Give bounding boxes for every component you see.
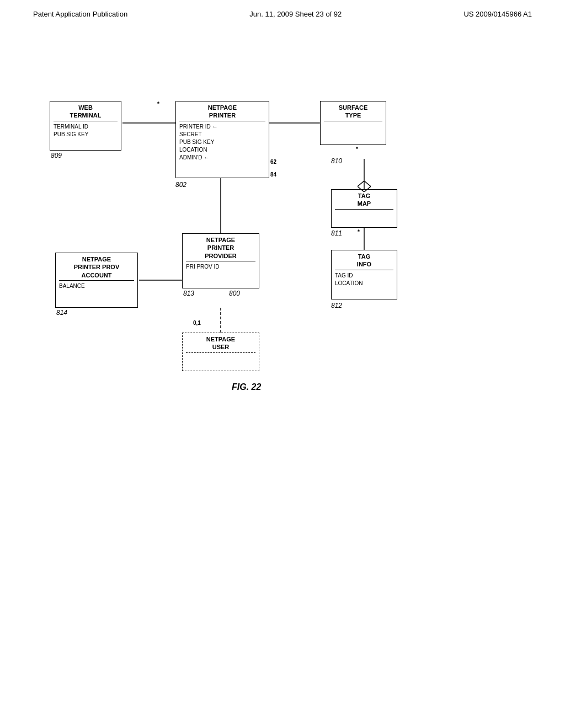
printer-prov-account-box: NETPAGEPRINTER PROVACCOUNT BALANCE <box>55 253 138 308</box>
label-01-fig22: 0,1 <box>193 320 201 326</box>
tag-map-title: TAGMAP <box>335 192 393 210</box>
label-812: 812 <box>331 302 342 309</box>
tag-info-fields: TAG IDLOCATION <box>335 272 393 287</box>
tag-info-title: TAGINFO <box>335 253 393 270</box>
printer-prov-account-title: NETPAGEPRINTER PROVACCOUNT <box>59 255 134 281</box>
printer-prov-account-fields: BALANCE <box>59 282 134 290</box>
fig22-area: WEBTERMINAL TERMINAL IDPUB SIG KEY 809 *… <box>0 51 565 404</box>
header-right: US 2009/0145966 A1 <box>463 10 532 18</box>
netpage-printer-fields: PRINTER ID ←SECRETPUB SIG KEYLOCATIONADM… <box>179 123 265 162</box>
printer-provider-fields: PRI PROV ID <box>186 263 255 271</box>
printer-provider-title: NETPAGEPRINTERPROVIDER <box>186 236 255 261</box>
surface-type-box: SURFACETYPE <box>320 101 386 145</box>
label-814: 814 <box>56 309 67 317</box>
label-800: 800 <box>229 290 240 297</box>
tag-info-box: TAGINFO TAG IDLOCATION <box>331 250 397 299</box>
label-813: 813 <box>183 290 194 297</box>
label-star-tagmap: * <box>358 229 360 235</box>
label-62: 62 <box>270 159 276 165</box>
fig22-label: FIG. 22 <box>232 382 261 392</box>
header-left: Patent Application Publication <box>33 10 127 18</box>
printer-provider-box: NETPAGEPRINTERPROVIDER PRI PROV ID <box>182 233 259 288</box>
netpage-printer-title: NETPAGEPRINTER <box>179 104 265 121</box>
netpage-user-title: NETPAGEUSER <box>186 335 255 353</box>
diamond-svg <box>358 181 371 192</box>
netpage-printer-box: NETPAGEPRINTER PRINTER ID ←SECRETPUB SIG… <box>175 101 269 178</box>
web-terminal-box: WEBTERMINAL TERMINAL IDPUB SIG KEY <box>50 101 121 151</box>
web-terminal-fields: TERMINAL IDPUB SIG KEY <box>54 123 118 138</box>
surface-type-title: SURFACETYPE <box>324 104 382 121</box>
tag-map-box: TAGMAP <box>331 189 397 228</box>
netpage-user-box: NETPAGEUSER <box>182 333 259 371</box>
label-811: 811 <box>331 229 342 237</box>
page-header: Patent Application Publication Jun. 11, … <box>0 0 565 24</box>
label-802: 802 <box>175 181 186 189</box>
label-star-810: * <box>356 146 358 152</box>
web-terminal-title: WEBTERMINAL <box>54 104 118 121</box>
svg-marker-11 <box>358 181 371 192</box>
label-84: 84 <box>270 172 276 178</box>
header-center: Jun. 11, 2009 Sheet 23 of 92 <box>249 10 342 18</box>
star-wt-np: * <box>157 101 159 107</box>
label-810: 810 <box>331 157 342 165</box>
label-809: 809 <box>51 152 62 159</box>
